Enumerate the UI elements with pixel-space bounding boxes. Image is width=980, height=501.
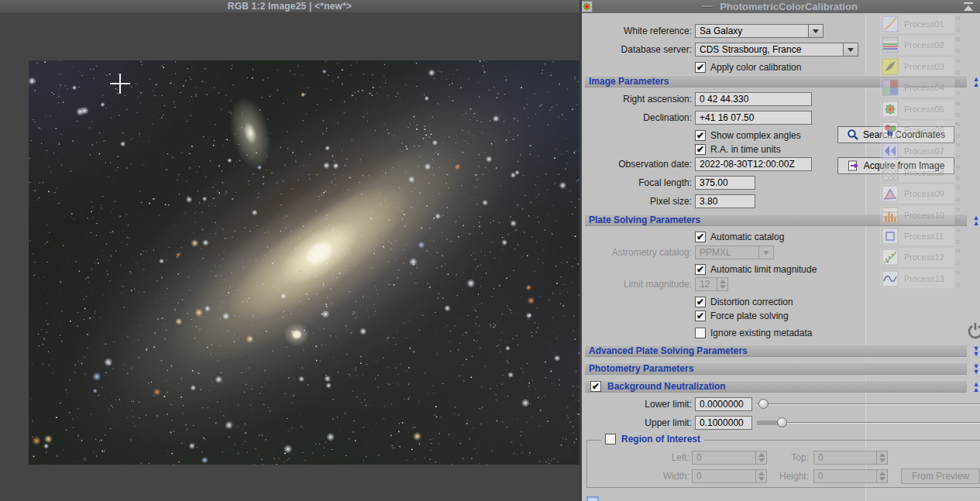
checkbox[interactable]: ✔ xyxy=(695,62,706,73)
titlebar-dash-icon xyxy=(702,5,713,8)
section-background-neutralization[interactable]: ✔ Background Neutralization xyxy=(585,380,967,393)
ra-input[interactable]: 0 42 44.330 xyxy=(695,92,812,106)
database-server-label: Database server: xyxy=(583,43,692,57)
spinner-arrows-icon xyxy=(717,278,727,290)
limit-magnitude-label: Limit magnitude: xyxy=(583,277,692,291)
collapse-section-icon[interactable]: ▲▲ xyxy=(970,77,980,87)
show-complex-angles-checkbox[interactable]: ✔ Show complex angles xyxy=(695,129,801,142)
upper-limit-slider[interactable] xyxy=(757,416,980,430)
region-of-interest-checkbox[interactable] xyxy=(605,434,616,444)
pcc-process-icon[interactable] xyxy=(581,1,593,12)
focal-length-input[interactable]: 375.00 xyxy=(695,176,755,190)
roi-top-label: Top: xyxy=(762,451,809,465)
image-window-title: RGB 1:2 Image25 | <*new*> xyxy=(228,1,352,12)
lower-limit-input[interactable]: 0.0000000 xyxy=(695,397,752,411)
background-neutralization-checkbox[interactable]: ✔ xyxy=(590,381,601,392)
automatic-catalog-checkbox[interactable]: ✔ Automatic catalog xyxy=(695,230,784,244)
search-icon xyxy=(847,129,859,141)
ra-label: Right ascension: xyxy=(583,92,692,106)
dec-input[interactable]: +41 16 07.50 xyxy=(695,111,812,125)
upper-limit-input[interactable]: 0.1000000 xyxy=(695,416,752,430)
chevron-down-icon[interactable] xyxy=(808,25,823,37)
apply-color-calibration-checkbox[interactable]: ✔ Apply color calibration xyxy=(695,60,801,74)
obs-date-label: Observation date: xyxy=(583,157,692,171)
limit-magnitude-spinner: 12 xyxy=(695,277,728,291)
ra-time-units-checkbox[interactable]: ✔ R.A. in time units xyxy=(695,142,781,156)
pixel-size-input[interactable]: 3.80 xyxy=(695,194,755,208)
slider-thumb[interactable] xyxy=(758,399,769,409)
white-reference-select[interactable]: Sa Galaxy xyxy=(695,24,824,38)
chevron-down-icon[interactable] xyxy=(843,43,858,56)
roi-height-spinner: 0 xyxy=(813,469,888,483)
chevron-down-icon xyxy=(758,246,773,259)
distortion-correction-checkbox[interactable]: ✔ Distortion correction xyxy=(695,295,793,309)
ignore-existing-metadata-checkbox[interactable]: Ignore existing metadata xyxy=(695,326,812,340)
acquire-icon xyxy=(848,160,860,172)
automatic-limit-magnitude-checkbox[interactable]: ✔ Automatic limit magnitude xyxy=(695,263,817,276)
spinner-arrows-icon xyxy=(876,451,887,464)
search-coordinates-button[interactable]: Search Coordinates xyxy=(837,126,954,143)
image-window: RGB 1:2 Image25 | <*new*> xyxy=(0,0,579,501)
upper-limit-label: Upper limit: xyxy=(583,416,692,430)
from-preview-button: From Preview xyxy=(901,468,980,484)
pcc-dialog: PhotometricColorCalibration White refere… xyxy=(579,0,980,501)
collapse-section-icon[interactable]: ▲▲ xyxy=(970,215,980,225)
section-advanced-plate-solving[interactable]: Advanced Plate Solving Parameters xyxy=(585,345,967,357)
next-section-checkbox[interactable] xyxy=(586,496,599,501)
focal-length-label: Focal length: xyxy=(583,176,692,190)
lower-limit-slider[interactable] xyxy=(757,397,980,411)
section-photometry[interactable]: Photometry Parameters xyxy=(585,362,967,375)
pixel-size-label: Pixel size: xyxy=(583,194,692,208)
roi-left-label: Left: xyxy=(643,451,689,465)
power-icon[interactable] xyxy=(967,321,980,343)
pcc-title: PhotometricColorCalibration xyxy=(720,1,858,12)
force-plate-solving-checkbox[interactable]: ✔ Force plate solving xyxy=(695,309,789,323)
roi-height-label: Height: xyxy=(762,469,809,483)
section-plate-solving[interactable]: Plate Solving Parameters xyxy=(585,214,967,226)
obs-date-input[interactable]: 2022-08-30T12:00:00Z xyxy=(695,157,812,171)
section-image-parameters[interactable]: Image Parameters xyxy=(585,75,967,88)
andromeda-galaxy-image[interactable] xyxy=(29,60,579,465)
image-window-titlebar[interactable]: RGB 1:2 Image25 | <*new*> xyxy=(0,0,579,12)
lower-limit-label: Lower limit: xyxy=(583,397,692,411)
roi-left-spinner: 0 xyxy=(692,451,767,465)
spinner-arrows-icon xyxy=(876,470,887,482)
shade-window-icon[interactable] xyxy=(963,2,974,11)
region-of-interest-title: Region of Interest xyxy=(621,434,700,444)
starfield xyxy=(29,60,579,465)
white-reference-label: White reference: xyxy=(583,24,692,38)
dec-label: Declination: xyxy=(583,111,692,125)
expand-section-icon[interactable]: ▼▼ xyxy=(970,364,980,374)
astrometry-catalog-select: PPMXL xyxy=(695,245,774,259)
database-server-select[interactable]: CDS Strasbourg, France xyxy=(695,43,858,57)
roi-width-label: Width: xyxy=(643,469,689,483)
expand-section-icon[interactable]: ▼▼ xyxy=(970,346,980,356)
collapse-section-icon[interactable]: ▲▲ xyxy=(970,382,980,392)
roi-top-spinner: 0 xyxy=(813,451,888,465)
astrometry-catalog-label: Astrometry catalog: xyxy=(583,245,692,259)
dialog-left-edge xyxy=(579,0,582,501)
slider-thumb[interactable] xyxy=(777,417,787,427)
pcc-titlebar[interactable]: PhotometricColorCalibration xyxy=(579,0,980,13)
pixinsight-workspace: RGB 1:2 Image25 | <*new*> P xyxy=(0,0,980,501)
acquire-from-image-button[interactable]: Acquire from Image xyxy=(837,157,954,174)
roi-width-spinner: 0 xyxy=(692,469,767,483)
